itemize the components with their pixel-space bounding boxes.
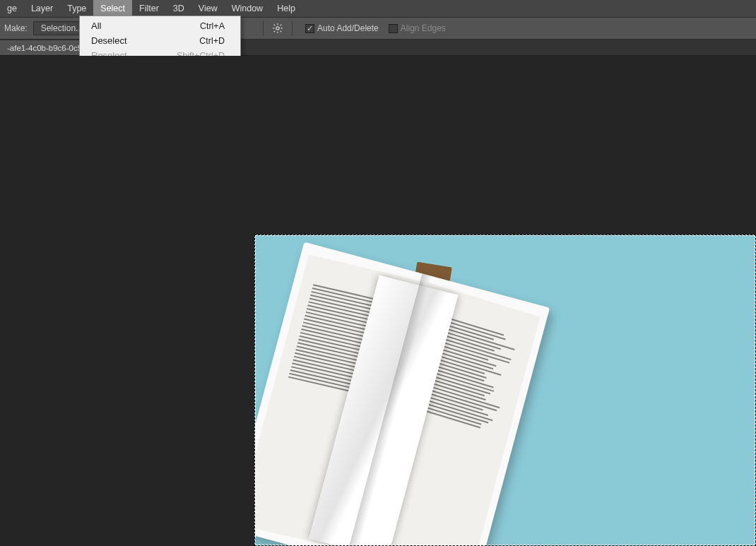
document-tab-label: -afe1-4c0b-b9c6-0c50 xyxy=(7,44,87,52)
auto-add-delete-option[interactable]: Auto Add/Delete xyxy=(305,23,379,33)
menu-label: View xyxy=(199,4,218,13)
menu-item-label: All xyxy=(91,20,200,31)
menu-item-deselect[interactable]: DeselectCtrl+D xyxy=(80,33,240,48)
menu-filter[interactable]: Filter xyxy=(132,0,166,17)
menu-item-shortcut: Ctrl+A xyxy=(200,21,225,31)
menu-label: Help xyxy=(277,4,295,13)
menu-type[interactable]: Type xyxy=(60,0,93,17)
align-edges-option[interactable]: Align Edges xyxy=(389,23,446,33)
menu-item-label: Deselect xyxy=(91,35,199,46)
options-separator xyxy=(263,20,264,36)
menu-select[interactable]: Select xyxy=(93,0,132,17)
gear-icon[interactable] xyxy=(271,21,285,35)
options-separator xyxy=(292,20,293,36)
checkbox-icon[interactable] xyxy=(305,24,314,33)
menu-item-shortcut: Ctrl+D xyxy=(199,36,225,46)
menu-window[interactable]: Window xyxy=(225,0,270,17)
menu-3d[interactable]: 3D xyxy=(166,0,191,17)
checkbox-icon[interactable] xyxy=(389,24,398,33)
menu-label: Layer xyxy=(31,4,53,13)
workspace[interactable] xyxy=(0,56,756,546)
menu-view[interactable]: View xyxy=(191,0,225,17)
options-make-label: Make: xyxy=(4,23,28,33)
menu-label: Filter xyxy=(139,4,159,13)
menu-image-truncated[interactable]: ge xyxy=(0,0,24,17)
menu-label: Type xyxy=(67,4,86,13)
menu-layer[interactable]: Layer xyxy=(24,0,60,17)
book-illustration xyxy=(254,242,550,546)
auto-add-delete-label: Auto Add/Delete xyxy=(317,23,379,33)
svg-point-0 xyxy=(276,27,279,30)
menu-help[interactable]: Help xyxy=(270,0,302,17)
menu-label: Window xyxy=(232,4,263,13)
menu-label: 3D xyxy=(173,4,184,13)
align-edges-label: Align Edges xyxy=(401,23,446,33)
menu-item-all[interactable]: AllCtrl+A xyxy=(80,18,240,33)
menu-label: Select xyxy=(100,4,125,13)
document-canvas[interactable] xyxy=(254,235,756,546)
menu-label: ge xyxy=(7,4,17,13)
